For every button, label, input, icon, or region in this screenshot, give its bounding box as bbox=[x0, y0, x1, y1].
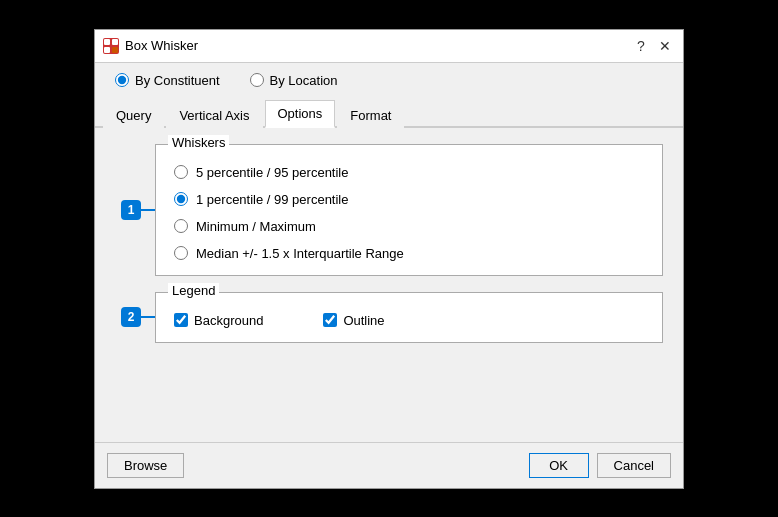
main-content: 1 Whiskers 5 percentile / 95 percentile … bbox=[95, 128, 683, 442]
outline-check-item[interactable]: Outline bbox=[323, 313, 384, 328]
ok-button[interactable]: OK bbox=[529, 453, 589, 478]
svg-rect-4 bbox=[112, 47, 118, 53]
whiskers-radio-group: 5 percentile / 95 percentile 1 percentil… bbox=[174, 159, 644, 261]
tab-query[interactable]: Query bbox=[103, 102, 164, 128]
dialog-icon bbox=[103, 38, 119, 54]
by-constituent-radio[interactable] bbox=[115, 73, 129, 87]
whiskers-section: Whiskers 5 percentile / 95 percentile 1 … bbox=[155, 144, 663, 276]
radio-row: By Constituent By Location bbox=[95, 63, 683, 98]
whisker-label-3: Minimum / Maximum bbox=[196, 219, 316, 234]
tab-options[interactable]: Options bbox=[265, 100, 336, 128]
dialog-title: Box Whisker bbox=[125, 38, 198, 53]
step2-badge: 2 bbox=[121, 307, 141, 327]
background-check-item[interactable]: Background bbox=[174, 313, 263, 328]
whisker-option-3[interactable]: Minimum / Maximum bbox=[174, 219, 644, 234]
whisker-label-4: Median +/- 1.5 x Interquartile Range bbox=[196, 246, 404, 261]
legend-section: Legend Background Outline bbox=[155, 292, 663, 343]
by-constituent-option[interactable]: By Constituent bbox=[115, 73, 220, 88]
svg-rect-1 bbox=[104, 39, 110, 45]
background-label: Background bbox=[194, 313, 263, 328]
background-checkbox[interactable] bbox=[174, 313, 188, 327]
whisker-option-2[interactable]: 1 percentile / 99 percentile bbox=[174, 192, 644, 207]
by-location-label: By Location bbox=[270, 73, 338, 88]
tabs: Query Vertical Axis Options Format bbox=[95, 98, 683, 128]
title-bar-right: ? ✕ bbox=[631, 36, 675, 56]
whiskers-section-label: Whiskers bbox=[168, 135, 229, 150]
tab-format[interactable]: Format bbox=[337, 102, 404, 128]
whisker-label-1: 5 percentile / 95 percentile bbox=[196, 165, 348, 180]
whisker-radio-4[interactable] bbox=[174, 246, 188, 260]
legend-items: Background Outline bbox=[174, 307, 644, 328]
legend-section-label: Legend bbox=[168, 283, 219, 298]
legend-wrapper: 2 Legend Background Outline bbox=[155, 292, 663, 343]
by-location-radio[interactable] bbox=[250, 73, 264, 87]
tab-vertical-axis[interactable]: Vertical Axis bbox=[166, 102, 262, 128]
whiskers-wrapper: 1 Whiskers 5 percentile / 95 percentile … bbox=[155, 144, 663, 276]
svg-rect-2 bbox=[112, 39, 118, 45]
title-bar-left: Box Whisker bbox=[103, 38, 198, 54]
title-bar: Box Whisker ? ✕ bbox=[95, 30, 683, 63]
whisker-label-2: 1 percentile / 99 percentile bbox=[196, 192, 348, 207]
outline-checkbox[interactable] bbox=[323, 313, 337, 327]
dialog: Box Whisker ? ✕ By Constituent By Locati… bbox=[94, 29, 684, 489]
svg-rect-3 bbox=[104, 47, 110, 53]
whisker-radio-1[interactable] bbox=[174, 165, 188, 179]
step1-badge: 1 bbox=[121, 200, 141, 220]
close-button[interactable]: ✕ bbox=[655, 36, 675, 56]
whisker-radio-2[interactable] bbox=[174, 192, 188, 206]
cancel-button[interactable]: Cancel bbox=[597, 453, 671, 478]
footer: Browse OK Cancel bbox=[95, 442, 683, 488]
help-button[interactable]: ? bbox=[631, 36, 651, 56]
browse-button[interactable]: Browse bbox=[107, 453, 184, 478]
whisker-option-4[interactable]: Median +/- 1.5 x Interquartile Range bbox=[174, 246, 644, 261]
footer-right: OK Cancel bbox=[529, 453, 671, 478]
outline-label: Outline bbox=[343, 313, 384, 328]
whisker-radio-3[interactable] bbox=[174, 219, 188, 233]
whisker-option-1[interactable]: 5 percentile / 95 percentile bbox=[174, 165, 644, 180]
by-constituent-label: By Constituent bbox=[135, 73, 220, 88]
by-location-option[interactable]: By Location bbox=[250, 73, 338, 88]
